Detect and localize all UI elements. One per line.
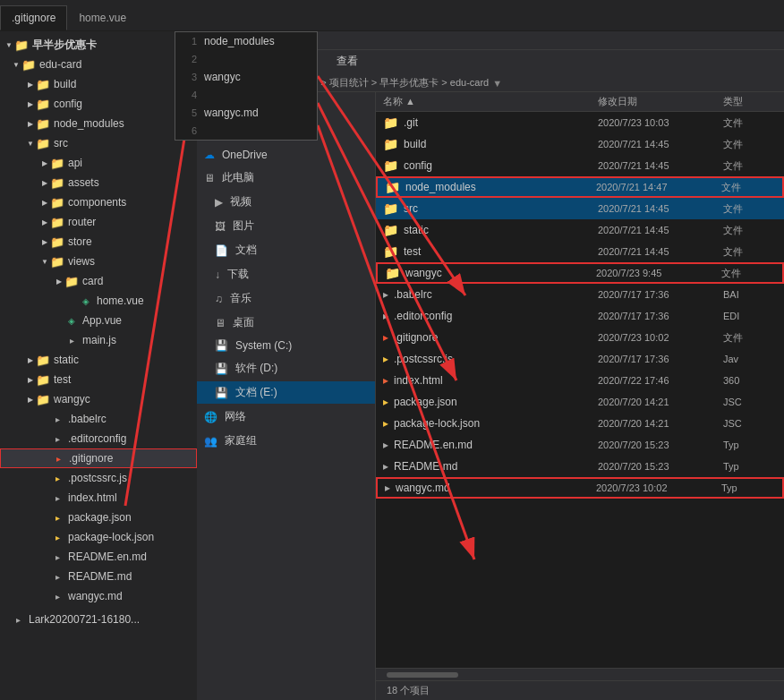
file-date-src: 2020/7/21 14:45 (598, 203, 723, 214)
file-name-git: .git (404, 116, 418, 129)
config-arrow: ▶ (25, 98, 36, 109)
status-item-count: 18 个项目 (387, 685, 430, 696)
file-row-editorconfig[interactable]: ▸.editorconfig 2020/7/17 17:36 EDI (376, 305, 784, 327)
nav-documents[interactable]: 📄 文档 (197, 239, 375, 261)
tree-readme-md[interactable]: ▸ README.md (0, 567, 197, 586)
file-name-static: static (404, 224, 429, 236)
nav-tab-view[interactable]: 查看 (326, 50, 369, 74)
file-row-config[interactable]: 📁config 2020/7/21 14:45 文件 (376, 155, 784, 176)
tree-editorconfig[interactable]: ▸ .editorconfig (0, 429, 197, 448)
nav-music[interactable]: ♫ 音乐 (197, 287, 375, 310)
nav-this-pc[interactable]: 🖥 此电脑 (197, 166, 375, 189)
col-header-date[interactable]: 修改日期 (598, 95, 723, 108)
tree-views[interactable]: ▼ 📁 views (0, 252, 197, 271)
nav-drive-c[interactable]: 💾 System (C:) (197, 336, 375, 355)
drive-c-label: System (C:) (235, 339, 292, 352)
tree-babelrc[interactable]: ▸ .babelrc (0, 409, 197, 429)
package-json-icon: ▸ (50, 510, 64, 525)
tree-assets[interactable]: ▶ 📁 assets (0, 173, 197, 192)
file-row-git[interactable]: 📁.git 2020/7/23 10:03 文件 (376, 112, 784, 133)
file-row-wangyc-md[interactable]: ▸wangyc.md 2020/7/23 10:02 Typ (376, 477, 784, 499)
tree-test[interactable]: ▶ 📁 test (0, 370, 197, 389)
file-row-postcssrc[interactable]: ▸.postcssrc.js 2020/7/17 17:36 Jav (376, 348, 784, 370)
tree-postcssrc[interactable]: ▸ .postcssrc.js (0, 468, 197, 488)
nav-homegroup[interactable]: 👥 家庭组 (197, 430, 375, 452)
router-label: router (68, 216, 96, 228)
tree-components[interactable]: ▶ 📁 components (0, 192, 197, 212)
drive-e-icon: 💾 (215, 387, 228, 399)
tree-main-js[interactable]: ▸ main.js (0, 330, 197, 350)
tree-build[interactable]: ▶ 📁 build (0, 74, 197, 94)
tree-router[interactable]: ▶ 📁 router (0, 212, 197, 232)
file-row-babelrc[interactable]: ▸.babelrc 2020/7/17 17:36 BAI (376, 284, 784, 305)
tree-node-modules[interactable]: ▶ 📁 node_modules (0, 114, 197, 133)
tree-readme-en-md[interactable]: ▸ README.en.md (0, 547, 197, 567)
file-row-index-html[interactable]: ▸index.html 2020/7/22 17:46 360 (376, 370, 784, 391)
tree-api[interactable]: ▶ 📁 api (0, 153, 197, 173)
assets-label: assets (68, 176, 99, 189)
file-row-package-json[interactable]: ▸package.json 2020/7/20 14:21 JSC (376, 391, 784, 413)
nav-drive-e[interactable]: 💾 文档 (E:) (197, 381, 375, 404)
tree-store[interactable]: ▶ 📁 store (0, 232, 197, 252)
tree-wangyc[interactable]: ▶ 📁 wangyc (0, 389, 197, 409)
src-label: src (54, 137, 68, 149)
file-row-wangyc[interactable]: 📁wangyc 2020/7/23 9:45 文件 (376, 262, 784, 284)
popup-line-2: 2 (175, 50, 317, 68)
tree-home-vue[interactable]: ◈ home.vue (0, 291, 197, 311)
gitignore-arrow (40, 453, 51, 464)
tree-src[interactable]: ▼ 📁 src (0, 133, 197, 153)
line-content-5: wangyc.md (204, 107, 259, 119)
file-row-build[interactable]: 📁build 2020/7/21 14:45 文件 (376, 133, 784, 155)
file-row-src[interactable]: 📁src 2020/7/21 14:45 文件 (376, 198, 784, 219)
file-row-package-lock-json[interactable]: ▸package-lock.json 2020/7/20 14:21 JSC (376, 413, 784, 434)
tree-package-json[interactable]: ▸ package.json (0, 508, 197, 527)
tree-lark: ▸ Lark20200721-16180... (0, 610, 197, 629)
horizontal-scrollbar[interactable] (376, 668, 784, 680)
nav-downloads[interactable]: ↓ 下载 (197, 263, 375, 286)
tab-home-vue[interactable]: home.vue (67, 5, 138, 30)
file-row-gitignore[interactable]: ▸.gitignore 2020/7/23 10:02 文件 (376, 327, 784, 348)
editor-tabs: .gitignore home.vue (0, 0, 784, 31)
nav-pictures[interactable]: 🖼 图片 (197, 215, 375, 237)
file-name-gitignore: .gitignore (394, 331, 438, 344)
line-content-3: wangyc (204, 71, 241, 83)
file-row-readme-md[interactable]: ▸README.md 2020/7/20 15:23 Typ (376, 456, 784, 477)
tree-edu-card[interactable]: ▼ 📁 edu-card (0, 55, 197, 74)
file-date-readme-md: 2020/7/20 15:23 (598, 461, 723, 472)
nav-onedrive[interactable]: ☁ OneDrive (197, 145, 375, 165)
col-header-name[interactable]: 名称 ▲ (383, 95, 598, 108)
tree-index-html[interactable]: ▸ index.html (0, 488, 197, 508)
tree-static[interactable]: ▶ 📁 static (0, 350, 197, 370)
file-date-babelrc: 2020/7/17 17:36 (598, 289, 723, 300)
tree-config[interactable]: ▶ 📁 config (0, 94, 197, 114)
nav-drive-d[interactable]: 💾 软件 (D:) (197, 357, 375, 380)
file-date-package-lock-json: 2020/7/20 14:21 (598, 418, 723, 429)
col-header-type[interactable]: 类型 (723, 95, 777, 108)
root-label: 早半步优惠卡 (32, 38, 97, 53)
file-row-node-modules[interactable]: 📁node_modules 2020/7/21 14:47 文件 (376, 176, 784, 198)
tree-gitignore[interactable]: ▸ .gitignore (0, 448, 197, 468)
file-row-static[interactable]: 📁static 2020/7/21 14:45 文件 (376, 219, 784, 241)
file-type-babelrc: BAI (723, 289, 777, 300)
tree-wangyc-md[interactable]: ▸ wangyc.md (0, 586, 197, 606)
file-row-readme-en-md[interactable]: ▸README.en.md 2020/7/20 15:23 Typ (376, 434, 784, 456)
file-icon-build: 📁 (383, 137, 398, 151)
nav-desktop[interactable]: 🖥 桌面 (197, 312, 375, 334)
tree-root[interactable]: ▼ 📁 早半步优惠卡 (0, 35, 197, 55)
breadcrumb-dropdown[interactable]: ▼ (492, 78, 502, 89)
file-type-gitignore: 文件 (723, 331, 777, 345)
file-type-readme-md: Typ (723, 461, 777, 472)
file-type-editorconfig: EDI (723, 311, 777, 321)
file-icon-config: 📁 (383, 158, 398, 173)
babelrc-arrow (39, 414, 50, 424)
file-row-test[interactable]: 📁test 2020/7/21 14:45 文件 (376, 241, 784, 262)
tab-gitignore[interactable]: .gitignore (0, 5, 67, 30)
nav-network[interactable]: 🌐 网络 (197, 405, 375, 428)
tree-app-vue[interactable]: ◈ App.vue (0, 311, 197, 330)
homegroup-icon: 👥 (204, 435, 217, 448)
tree-card[interactable]: ▶ 📁 card (0, 271, 197, 291)
views-label: views (68, 255, 95, 268)
tree-package-lock-json[interactable]: ▸ package-lock.json (0, 527, 197, 547)
file-icon-static: 📁 (383, 223, 398, 237)
nav-video[interactable]: ▶ 视频 (197, 191, 375, 213)
